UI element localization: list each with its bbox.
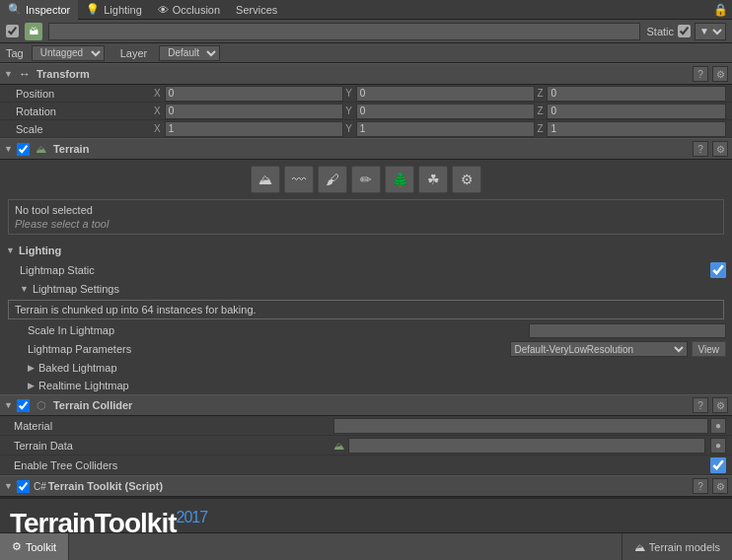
static-checkbox[interactable] xyxy=(678,25,691,37)
transform-settings-btn[interactable]: ⚙ xyxy=(712,66,728,82)
material-dot-btn[interactable]: ● xyxy=(710,418,726,434)
lightmap-params-row: Lightmap Parameters Default-VeryLowResol… xyxy=(0,339,732,359)
collider-enabled-checkbox[interactable] xyxy=(17,399,30,412)
realtime-lightmap-row[interactable]: ▶ Realtime Lightmap xyxy=(0,377,732,394)
scale-z-input[interactable] xyxy=(547,121,726,137)
enable-trees-checkbox[interactable] xyxy=(710,457,726,473)
tool-raise-lower[interactable]: ⛰ xyxy=(251,166,280,193)
scale-x-input[interactable] xyxy=(165,121,344,137)
bottom-toolbar: ⚙ Toolkit ⛰ Terrain models xyxy=(0,532,732,560)
static-label: Static xyxy=(646,26,674,37)
toolkit-banner: TerrainToolkit2017 xyxy=(0,497,732,532)
bottom-tab-terrain-models[interactable]: ⛰ Terrain models xyxy=(622,533,732,561)
toolkit-right-icons: ? ⚙ xyxy=(693,478,728,494)
collider-info-btn[interactable]: ? xyxy=(693,397,708,413)
inspector-icon: 🔍 xyxy=(8,3,22,16)
tab-lighting[interactable]: 💡 Lighting xyxy=(78,0,150,20)
scale-y-label: Y xyxy=(345,123,352,134)
realtime-lightmap-label: Realtime Lightmap xyxy=(38,380,129,391)
scale-y-input[interactable] xyxy=(356,121,536,137)
toolkit-enabled-checkbox[interactable] xyxy=(17,480,30,493)
rotation-z-input[interactable] xyxy=(547,104,726,119)
tab-services[interactable]: Services xyxy=(228,0,285,20)
transform-section-header[interactable]: ▼ ↔ Transform ? ⚙ xyxy=(0,63,732,85)
position-row: Position X Y Z xyxy=(0,85,732,103)
tool-settings[interactable]: ⚙ xyxy=(452,166,481,193)
lighting-subsection-header[interactable]: ▼ Lighting xyxy=(0,241,732,260)
tool-smooth[interactable]: 🖌 xyxy=(318,166,347,193)
collider-right-icons: ? ⚙ xyxy=(693,397,728,413)
static-dropdown[interactable]: ▼ xyxy=(695,23,726,40)
collider-comp-icon: ⬡ xyxy=(34,397,49,413)
lightmap-settings-header[interactable]: ▼ Lightmap Settings xyxy=(0,280,732,298)
toolkit-section-header[interactable]: ▼ C# Terrain Toolkit (Script) ? ⚙ xyxy=(0,475,732,497)
rotation-label: Rotation xyxy=(16,105,154,117)
material-label: Material xyxy=(14,420,333,432)
terrain-title: Terrain xyxy=(53,143,693,155)
rotation-y-input[interactable] xyxy=(356,104,536,119)
main-content: 🏔 Terrain Static ▼ Tag Untagged Layer De… xyxy=(0,20,732,532)
rot-y-label: Y xyxy=(345,105,352,116)
tool-place-trees[interactable]: 🌲 xyxy=(385,166,414,193)
object-enabled-checkbox[interactable] xyxy=(6,25,19,37)
object-header: 🏔 Terrain Static ▼ xyxy=(0,20,732,43)
scale-x-label: X xyxy=(154,123,161,134)
tool-paint-height[interactable]: 〰 xyxy=(284,166,314,193)
lighting-icon: 💡 xyxy=(86,3,100,16)
lightmap-params-select[interactable]: Default-VeryLowResolution xyxy=(510,341,688,357)
lock-icon[interactable]: 🔒 xyxy=(713,3,728,17)
terrain-comp-icon: ⛰ xyxy=(34,141,49,157)
view-button[interactable]: View xyxy=(692,341,727,357)
tool-info-box: No tool selected Please select a tool xyxy=(8,199,724,235)
terrain-section-header[interactable]: ▼ ⛰ Terrain ? ⚙ xyxy=(0,138,732,160)
lightmap-settings-arrow: ▼ xyxy=(20,284,29,294)
lightmap-static-checkbox[interactable] xyxy=(710,262,726,278)
rotation-x-input[interactable] xyxy=(165,104,344,119)
position-fields: X Y Z xyxy=(154,86,726,102)
position-y-input[interactable] xyxy=(356,86,536,102)
terrain-data-dot-btn[interactable]: ● xyxy=(710,438,726,454)
toolkit-settings-btn[interactable]: ⚙ xyxy=(712,478,728,494)
bottom-tab-toolkit[interactable]: ⚙ Toolkit xyxy=(0,533,69,561)
baked-lightmap-row[interactable]: ▶ Baked Lightmap xyxy=(0,359,732,377)
terrain-enabled-checkbox[interactable] xyxy=(17,143,30,156)
terrain-models-label: Terrain models xyxy=(649,541,720,553)
position-x-input[interactable] xyxy=(165,86,344,102)
terrain-collider-header[interactable]: ▼ ⬡ Terrain Collider ? ⚙ xyxy=(0,394,732,416)
tag-dropdown[interactable]: Untagged xyxy=(32,45,105,61)
collider-settings-btn[interactable]: ⚙ xyxy=(712,397,728,413)
occlusion-icon: 👁 xyxy=(158,4,169,16)
transform-title: Transform xyxy=(37,68,693,80)
enable-trees-label: Enable Tree Colliders xyxy=(14,459,710,471)
terrain-data-label: Terrain Data xyxy=(14,440,333,452)
scale-row: Scale X Y Z xyxy=(0,120,732,138)
terrain-data-input[interactable]: New Terrain 1 xyxy=(348,438,705,454)
toolkit-year: 2017 xyxy=(177,509,208,525)
terrain-info-btn[interactable]: ? xyxy=(693,141,708,157)
toolkit-script-icon: C# xyxy=(34,481,46,492)
scale-in-lightmap-input[interactable]: 0.0512 xyxy=(529,323,726,338)
tool-paint-texture[interactable]: ✏ xyxy=(351,166,381,193)
scale-in-lightmap-label: Scale In Lightmap xyxy=(28,324,529,336)
static-row: Static ▼ xyxy=(646,23,726,40)
position-z-input[interactable] xyxy=(547,86,726,102)
tab-occlusion[interactable]: 👁 Occlusion xyxy=(150,0,228,20)
tab-inspector[interactable]: 🔍 Inspector xyxy=(0,0,78,20)
toolkit-tab-icon: ⚙ xyxy=(12,540,22,553)
lighting-title: Lighting xyxy=(19,245,61,256)
object-name-input[interactable]: Terrain xyxy=(48,23,640,40)
rot-z-label: Z xyxy=(537,105,543,116)
object-icon: 🏔 xyxy=(25,23,42,40)
material-input[interactable]: None (Physic Material) xyxy=(333,418,708,434)
layer-dropdown[interactable]: Default xyxy=(159,45,220,61)
terrain-models-icon: ⛰ xyxy=(634,541,645,553)
toolkit-arrow-icon: ▼ xyxy=(4,481,13,491)
transform-info-btn[interactable]: ? xyxy=(693,66,708,82)
lightmap-params-label: Lightmap Parameters xyxy=(28,343,510,355)
scale-fields: X Y Z xyxy=(154,121,726,137)
toolkit-info-btn[interactable]: ? xyxy=(693,478,708,494)
tab-occlusion-label: Occlusion xyxy=(173,4,220,16)
terrain-settings-btn[interactable]: ⚙ xyxy=(712,141,728,157)
tool-paint-details[interactable]: ☘ xyxy=(418,166,448,193)
terrain-right-icons: ? ⚙ xyxy=(693,141,728,157)
